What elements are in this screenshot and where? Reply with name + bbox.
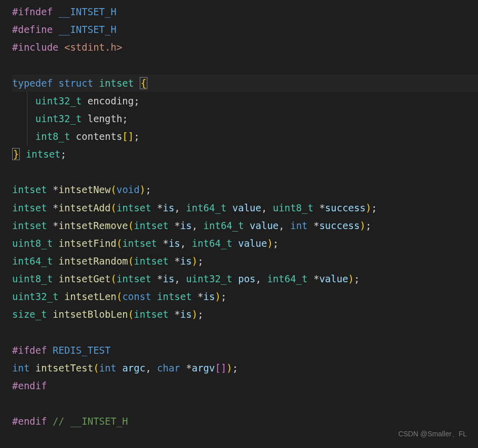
param-type: int64_t [204, 220, 244, 231]
macro-name: __INTSET_H [53, 24, 116, 35]
code-line: #define __INTSET_H [12, 21, 478, 39]
brace-open: { [140, 77, 147, 89]
code-line: #ifdef REDIS_TEST [12, 342, 478, 359]
code-line: int8_t contents[]; [12, 128, 478, 145]
brace-close: } [12, 148, 20, 160]
indent-guide [27, 128, 27, 145]
return-type: intset [12, 202, 47, 213]
return-type: int64_t [12, 255, 53, 267]
param-name: pos [232, 273, 256, 284]
empty-line [12, 395, 478, 413]
type-name: uint32_t [35, 95, 82, 106]
keyword-void: void [116, 184, 140, 195]
param-name: is [163, 273, 174, 284]
return-type: uint8_t [12, 273, 53, 284]
param-type: uint8_t [273, 202, 313, 213]
param-name: argv [192, 362, 215, 374]
type-name: int8_t [35, 131, 70, 142]
type-name: uint32_t [35, 113, 82, 124]
param-type: int [290, 220, 307, 231]
return-type: size_t [12, 309, 47, 320]
code-line: size_t intsetBlobLen(intset *is); [12, 306, 478, 323]
brackets: [] [122, 131, 134, 142]
preprocessor-directive: #endif [12, 380, 47, 391]
param-type: intset [134, 220, 169, 231]
return-type: uint32_t [12, 291, 59, 302]
param-name: value [232, 238, 267, 249]
function-name: intsetRandom [59, 255, 128, 267]
param-name: is [163, 202, 174, 213]
param-type: intset [116, 202, 151, 213]
macro-name: __INTSET_H [53, 6, 116, 17]
code-line: uint8_t intsetGet(intset *is, uint32_t p… [12, 270, 478, 288]
preprocessor-directive: #ifdef [12, 345, 47, 356]
param-type: int64_t [267, 273, 307, 284]
param-type: char [157, 362, 180, 374]
empty-line [12, 324, 478, 342]
function-name: intsetFind [59, 238, 116, 249]
indent-guide [27, 92, 27, 110]
type-name: intset [20, 148, 60, 160]
code-line: intset *intsetRemove(intset *is, int64_t… [12, 217, 478, 235]
code-line: int intsetTest(int argc, char *argv[]); [12, 359, 478, 377]
code-line: #ifndef __INTSET_H [12, 3, 478, 21]
param-type: intset [122, 238, 157, 249]
code-line: uint32_t length; [12, 110, 478, 128]
param-name: value [319, 273, 348, 284]
code-line: intset *intsetAdd(intset *is, int64_t va… [12, 199, 478, 217]
param-name: is [169, 238, 180, 249]
keyword-struct: struct [53, 78, 93, 89]
macro-name: REDIS_TEST [47, 345, 111, 356]
param-type: int64_t [192, 238, 232, 249]
type-name: intset [93, 78, 134, 89]
keyword-typedef: typedef [12, 78, 53, 89]
code-line: int64_t intsetRandom(intset *is); [12, 252, 478, 270]
param-type: uint32_t [186, 273, 232, 284]
return-type: int [12, 362, 29, 374]
function-name: intsetBlobLen [53, 309, 128, 320]
param-name: success [325, 202, 366, 213]
return-type: intset [12, 220, 47, 231]
comment: // __INTSET_H [47, 416, 128, 427]
function-name: intsetLen [64, 291, 116, 302]
function-name: intsetGet [59, 273, 111, 284]
param-name: value [226, 202, 261, 213]
brackets: [] [215, 362, 226, 374]
preprocessor-directive: #include [12, 42, 59, 53]
param-type: int [99, 362, 116, 374]
return-type: intset [12, 184, 47, 195]
code-editor[interactable]: #ifndef __INTSET_H #define __INTSET_H #i… [0, 0, 478, 430]
param-name: success [319, 220, 360, 231]
code-line: uint32_t encoding; [12, 92, 478, 110]
code-line: #include <stdint.h> [12, 39, 478, 56]
return-type: uint8_t [12, 238, 53, 249]
function-name: intsetNew [59, 184, 111, 195]
code-line: } intset; [12, 145, 478, 163]
include-path: <stdint.h> [59, 42, 123, 53]
code-line: #endif [12, 377, 478, 395]
watermark: CSDN @Smaller、FL [398, 428, 467, 441]
keyword-const: const [122, 291, 151, 302]
param-name: is [180, 220, 192, 231]
param-type: intset [134, 309, 169, 320]
function-name: intsetTest [35, 362, 93, 374]
param-type: intset [116, 273, 151, 284]
field-name: length [82, 113, 122, 124]
param-type: intset [157, 291, 192, 302]
preprocessor-directive: #endif [12, 416, 47, 427]
code-line: intset *intsetNew(void); [12, 181, 478, 199]
param-type: int64_t [186, 202, 226, 213]
param-type: intset [134, 255, 169, 267]
code-line: typedef struct intset { [12, 74, 478, 92]
code-line: uint32_t intsetLen(const intset *is); [12, 288, 478, 306]
empty-line [12, 163, 478, 181]
param-name: is [180, 255, 192, 267]
param-name: is [204, 291, 215, 302]
field-name: encoding [82, 95, 134, 106]
indent-guide [27, 110, 27, 128]
param-name: is [180, 309, 192, 320]
preprocessor-directive: #ifndef [12, 6, 53, 17]
preprocessor-directive: #define [12, 24, 53, 35]
function-name: intsetRemove [59, 220, 128, 231]
param-name: value [244, 220, 279, 231]
